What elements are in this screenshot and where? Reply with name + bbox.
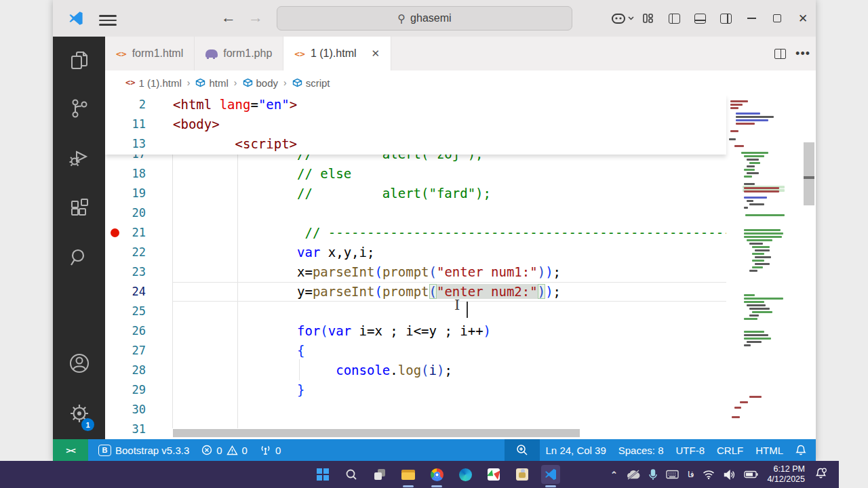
more-actions-icon[interactable]: •••: [795, 47, 810, 61]
window-close-button[interactable]: ✕: [790, 0, 816, 37]
code-text: // alert("fard");: [173, 184, 491, 203]
code-line[interactable]: 13 <script>: [105, 134, 726, 154]
windows-taskbar: ⌃ فا 6:12 PM 4/12/2025: [0, 461, 839, 488]
zoom-indicator[interactable]: [505, 439, 540, 461]
microphone-icon[interactable]: [649, 469, 657, 481]
customize-layout-icon[interactable]: [635, 0, 661, 37]
toggle-panel-icon[interactable]: [687, 0, 713, 37]
breadcrumb-file[interactable]: <> 1 (1).html: [125, 77, 182, 89]
search-sidebar-icon[interactable]: [53, 239, 105, 277]
task-view-icon[interactable]: [370, 465, 389, 484]
chrome-icon[interactable]: [427, 465, 446, 484]
tab-form1-html[interactable]: <> form1.html: [105, 37, 195, 70]
start-button[interactable]: [313, 465, 332, 484]
tray-chevron-up-icon[interactable]: ⌃: [610, 470, 618, 480]
tab-1-1-html[interactable]: <> 1 (1).html ✕: [283, 37, 391, 70]
code-line[interactable]: 18 // else: [105, 164, 816, 184]
cursor-position[interactable]: Ln 24, Col 39: [540, 439, 612, 461]
battery-icon[interactable]: [744, 470, 758, 479]
minimap-line: [752, 311, 772, 313]
minimap[interactable]: [726, 95, 802, 419]
wifi-icon[interactable]: [703, 470, 715, 479]
code-line[interactable]: 30: [105, 400, 816, 420]
encoding[interactable]: UTF-8: [669, 439, 711, 461]
tab-close-icon[interactable]: ✕: [372, 47, 380, 60]
run-debug-icon[interactable]: [53, 138, 105, 176]
problems-status-item[interactable]: 0 0: [195, 439, 254, 461]
breadcrumb-body[interactable]: body: [243, 77, 279, 89]
onedrive-paused-icon[interactable]: [627, 470, 640, 480]
window-minimize-button[interactable]: [738, 0, 764, 37]
vertical-scrollbar[interactable]: [802, 95, 816, 419]
warning-count: 0: [242, 445, 248, 456]
breadcrumb-html[interactable]: html: [195, 77, 228, 89]
minimap-line: [749, 203, 764, 205]
edge-icon[interactable]: [456, 465, 475, 484]
vscode-taskbar-icon[interactable]: [541, 465, 560, 484]
code-line[interactable]: 21 // ----------------------------------…: [105, 223, 816, 243]
code-line[interactable]: 11<body>: [105, 115, 726, 134]
code-line[interactable]: 26 for(var i=x ; i<=y ; i++): [105, 321, 816, 341]
code-line[interactable]: 19 // alert("fard");: [105, 184, 816, 203]
code-line[interactable]: 23 x=parseInt(prompt("enter num1:"));: [105, 262, 816, 282]
copilot-icon[interactable]: [610, 0, 635, 37]
toggle-primary-sidebar-icon[interactable]: [661, 0, 687, 37]
minimap-line: [744, 301, 764, 303]
taskbar-clock[interactable]: 6:12 PM 4/12/2025: [767, 464, 805, 485]
window-restore-button[interactable]: [764, 0, 790, 37]
minimap-line: [730, 100, 748, 102]
breakpoint-icon[interactable]: [111, 228, 119, 237]
notification-center-bell-icon[interactable]: [815, 468, 827, 482]
minimap-line: [729, 138, 736, 140]
date: 4/12/2025: [767, 474, 805, 485]
language-mode[interactable]: HTML: [749, 439, 789, 461]
code-token: ): [545, 264, 553, 279]
code-line[interactable]: 2<html lang="en">: [105, 95, 726, 115]
breadcrumb-script[interactable]: script: [292, 77, 330, 89]
code-line[interactable]: 27 {: [105, 341, 816, 361]
volume-icon[interactable]: [724, 470, 735, 480]
command-center-search[interactable]: ⚲ ghasemi: [277, 6, 572, 30]
ports-status-item[interactable]: 0: [254, 439, 287, 461]
split-editor-icon[interactable]: [774, 49, 786, 59]
taskbar-search-icon[interactable]: [342, 465, 361, 484]
back-arrow-icon[interactable]: ←: [219, 9, 238, 26]
bootstrap-status-item[interactable]: B Bootstrap v5.3.3: [92, 439, 195, 461]
code-line[interactable]: 25: [105, 302, 816, 321]
minimap-line: [741, 152, 768, 154]
accounts-icon[interactable]: [53, 344, 105, 382]
symbol-cube-icon: [292, 78, 302, 87]
download-manager-icon[interactable]: [484, 465, 503, 484]
settings-gear-icon[interactable]: 1: [53, 394, 105, 432]
language-indicator[interactable]: فا: [688, 470, 694, 479]
indentation[interactable]: Spaces: 8: [612, 439, 670, 461]
code-line[interactable]: 22 var x,y,i;: [105, 243, 816, 262]
file-explorer-icon[interactable]: [399, 465, 418, 484]
code-token: ): [538, 264, 545, 279]
forward-arrow-icon[interactable]: →: [246, 9, 265, 26]
notifications-bell-icon[interactable]: [789, 439, 816, 461]
source-control-icon[interactable]: [53, 89, 105, 127]
code-editor[interactable]: 17 // alert('zoj');18 // else19 // alert…: [105, 95, 816, 439]
scrollbar-thumb[interactable]: [804, 142, 814, 205]
code-token: =: [250, 97, 258, 112]
horizontal-scrollbar[interactable]: [173, 429, 580, 437]
remote-indicator[interactable]: ><: [53, 439, 88, 461]
explorer-icon[interactable]: [53, 42, 105, 80]
breadcrumb: <> 1 (1).html › html › body › script: [105, 70, 816, 95]
code-token: ): [437, 363, 444, 378]
code-token: "en": [258, 97, 290, 112]
app-icon[interactable]: [513, 465, 532, 484]
code-line[interactable]: 28 console.log(i);: [105, 361, 816, 380]
eol-sequence[interactable]: CRLF: [711, 439, 749, 461]
code-line[interactable]: 29 }: [105, 380, 816, 400]
code-line[interactable]: 24 y=parseInt(prompt("enter num2:"));: [105, 282, 816, 302]
code-token: ;: [553, 284, 561, 299]
toggle-secondary-sidebar-icon[interactable]: [713, 0, 738, 37]
extensions-icon[interactable]: [53, 190, 105, 228]
vscode-window: ← → ⚲ ghasemi ✕: [53, 0, 816, 461]
menu-hamburger-icon[interactable]: [99, 12, 117, 24]
code-line[interactable]: 20: [105, 203, 816, 223]
tab-form1-php[interactable]: form1.php: [195, 37, 283, 70]
touch-keyboard-icon[interactable]: [666, 470, 679, 479]
